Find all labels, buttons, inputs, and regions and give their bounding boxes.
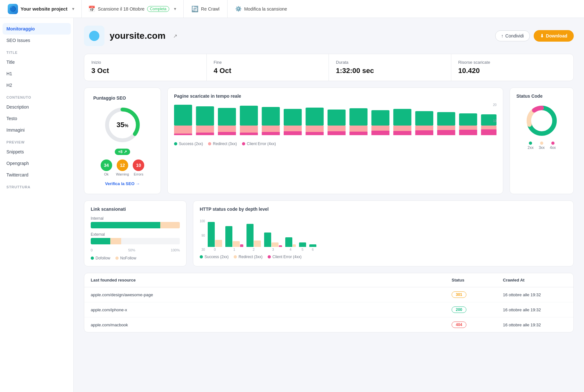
svg-rect-21 xyxy=(305,126,323,132)
status-badge: 301 xyxy=(452,291,503,298)
depth-4-bars xyxy=(285,218,296,247)
depth-1-redirect xyxy=(233,241,240,247)
depth-0-redirect xyxy=(215,240,222,247)
stat-inizio: Inizio 3 Oct xyxy=(84,54,207,81)
external-fill-dofollow xyxy=(91,238,110,244)
table-header: Last founded resource Status Crawled At xyxy=(84,273,573,287)
external-label: External xyxy=(91,232,180,237)
sidebar-item-description[interactable]: Description xyxy=(0,101,73,113)
depth-6-bars xyxy=(309,218,316,247)
svg-rect-17 xyxy=(284,109,302,126)
dot-3xx xyxy=(540,142,543,145)
depth-legend-redirect: Redirect (3xx) xyxy=(234,255,263,259)
share-label: Condividi xyxy=(505,33,524,38)
modify-label: Modifica la scansione xyxy=(244,6,287,12)
status-badge: 200 xyxy=(452,306,503,313)
legend-client-error: Client Error (4xx) xyxy=(242,142,276,146)
project-selector[interactable]: 🔵 Your website project ▼ xyxy=(5,0,82,18)
errors-label: Errors xyxy=(134,172,143,176)
status-code-card: Status Code xyxy=(510,87,574,194)
depth-5-success xyxy=(299,242,306,247)
svg-rect-10 xyxy=(218,132,236,135)
dot-2xx xyxy=(529,142,532,145)
svg-rect-27 xyxy=(349,126,367,132)
sidebar-item-h1[interactable]: H1 xyxy=(0,68,73,79)
sidebar-item-label: Monitoraggio xyxy=(6,26,35,31)
dofollow-dot xyxy=(91,257,94,260)
calendar-icon: 📅 xyxy=(88,5,95,12)
score-value: 35% xyxy=(117,121,129,129)
score-badges: 34 Ok 12 Warning 10 Errors xyxy=(101,159,145,176)
stat-risorse: Risorse scaricate 10.420 xyxy=(451,54,574,81)
resources-table: Last founded resource Status Crawled At … xyxy=(84,273,574,332)
sidebar-item-seo-issues[interactable]: SEO Issues xyxy=(0,35,73,46)
stat-inizio-label: Inizio xyxy=(91,60,199,65)
sidebar-item-monitoraggio[interactable]: Monitoraggio xyxy=(3,23,71,35)
realtime-card: Pagine scaricate in tempo reale 20 10 xyxy=(167,87,503,194)
status-4xx: 4xx xyxy=(550,142,556,150)
site-logo xyxy=(84,26,104,46)
stat-fine-label: Fine xyxy=(214,60,322,65)
modify-scan-button[interactable]: ⚙️ Modifica la scansione xyxy=(228,0,295,18)
client-error-dot xyxy=(242,142,245,145)
sidebar-item-testo[interactable]: Testo xyxy=(0,113,73,124)
sidebar-item-immagini[interactable]: Immagini xyxy=(0,124,73,136)
status-code-donut xyxy=(516,103,567,138)
stat-risorse-value: 10.420 xyxy=(458,67,567,75)
share-button[interactable]: ↑ Condividi xyxy=(495,30,530,41)
error-circle: 10 xyxy=(133,159,144,171)
depth-3-label: 3 xyxy=(272,248,274,251)
svg-rect-4 xyxy=(174,134,192,135)
depth-0-label: 0 xyxy=(214,248,216,251)
realtime-chart: 20 10 xyxy=(174,103,496,138)
ok-label: Ok xyxy=(104,172,109,176)
svg-rect-34 xyxy=(393,131,411,135)
sidebar-section-contenuto: CONTENUTO xyxy=(0,91,73,101)
stat-durata-value: 1:32:00 sec xyxy=(336,67,444,75)
client-error-label: Client Error (4xx) xyxy=(247,142,276,146)
legend-redirect: Redirect (3xx) xyxy=(208,142,237,146)
sidebar-item-h2[interactable]: H2 xyxy=(0,79,73,91)
download-label: Download xyxy=(546,33,567,38)
scan-badge: Completa xyxy=(147,6,169,12)
depth-title: HTTP status code by depth level xyxy=(200,207,567,212)
recrawl-button[interactable]: 🔄 Re Crawl xyxy=(184,0,228,18)
scan-selector[interactable]: 📅 Scansione il 18 Ottobre Completa ▼ xyxy=(82,0,184,18)
svg-rect-35 xyxy=(415,111,433,126)
external-track xyxy=(91,238,180,244)
warning-label: Warning xyxy=(116,172,129,176)
links-card: Link scansionati Internal External xyxy=(84,200,187,266)
resource-url: apple.com/design/awesome-page xyxy=(91,292,452,297)
svg-rect-43 xyxy=(459,130,477,135)
depth-legend: Success (2xx) Redirect (3xx) Client Erro… xyxy=(200,255,567,259)
depth-3: 3 xyxy=(264,218,282,251)
realtime-title: Pagine scaricate in tempo reale xyxy=(174,94,496,99)
sidebar-item-title[interactable]: Title xyxy=(0,56,73,68)
download-button[interactable]: ⬇ Download xyxy=(534,30,574,42)
sidebar-item-twittercard[interactable]: Twittercard xyxy=(0,169,73,181)
sidebar-item-snippets[interactable]: Snippets xyxy=(0,146,73,158)
links-title: Link scansionati xyxy=(91,207,180,212)
site-name: yoursite.com xyxy=(110,31,165,41)
nofollow-label: NoFollow xyxy=(120,256,136,260)
axis-0: 0 xyxy=(91,248,93,252)
depth-3-redirect xyxy=(271,242,279,247)
depth-6-success xyxy=(309,244,316,247)
svg-rect-36 xyxy=(415,126,433,130)
verify-seo-link[interactable]: Verifica la SEO → xyxy=(105,181,140,186)
depth-5: 5 xyxy=(299,218,306,251)
depth-0-bars xyxy=(208,218,222,247)
redirect-label: Redirect (3xx) xyxy=(213,142,237,146)
axis-50: 50% xyxy=(128,248,135,252)
external-link-icon[interactable]: ↗ xyxy=(173,33,177,39)
svg-rect-25 xyxy=(328,131,346,135)
svg-rect-45 xyxy=(481,126,496,129)
success-label: Success (2xx) xyxy=(179,142,203,146)
sidebar-item-opengraph[interactable]: Opengraph xyxy=(0,158,73,169)
stat-durata: Durata 1:32:00 sec xyxy=(329,54,451,81)
depth-success-dot xyxy=(200,255,203,258)
svg-rect-31 xyxy=(371,131,389,135)
sidebar-item-label: SEO Issues xyxy=(6,38,30,43)
stat-fine-value: 4 Oct xyxy=(214,67,322,75)
dot-4xx xyxy=(551,142,555,145)
